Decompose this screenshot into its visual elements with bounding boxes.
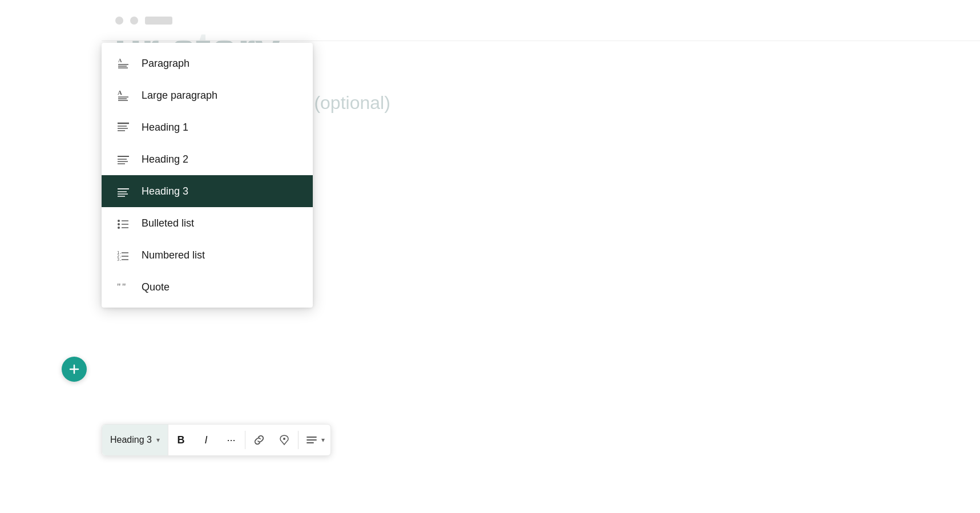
top-bar-dot-2 <box>130 17 138 25</box>
top-bar <box>102 0 980 41</box>
paragraph-icon: A <box>115 55 131 71</box>
menu-item-quote[interactable]: " " Quote <box>102 271 313 303</box>
menu-item-bulleted-list[interactable]: Bulleted list <box>102 207 313 239</box>
bold-button[interactable]: B <box>168 425 193 455</box>
toolbar-separator-1 <box>245 431 245 449</box>
svg-point-22 <box>118 223 120 225</box>
plus-icon <box>68 363 80 375</box>
menu-item-heading3-label: Heading 3 <box>142 185 188 197</box>
align-button[interactable]: ▾ <box>300 425 330 455</box>
italic-button[interactable]: I <box>193 425 219 455</box>
color-button[interactable] <box>272 425 297 455</box>
chevron-down-icon: ▾ <box>156 436 160 444</box>
menu-item-large-paragraph[interactable]: A Large paragraph <box>102 79 313 111</box>
format-dropdown: A Paragraph A Large paragraph <box>102 43 313 308</box>
bulleted-list-icon <box>115 215 131 231</box>
menu-item-heading2-label: Heading 2 <box>142 154 188 165</box>
formatting-toolbar: Heading 3 ▾ B I ··· ▾ <box>102 424 331 456</box>
svg-text:A: A <box>118 58 122 63</box>
heading3-icon <box>115 183 131 199</box>
heading2-icon <box>115 151 131 167</box>
svg-text:": " <box>117 282 121 292</box>
svg-text:3.: 3. <box>117 257 122 262</box>
top-bar-dot-1 <box>115 17 123 25</box>
more-options-button[interactable]: ··· <box>219 425 244 455</box>
numbered-list-icon: 1. 2. 3. <box>115 247 131 263</box>
color-icon <box>278 434 291 446</box>
align-chevron-icon: ▾ <box>321 436 325 444</box>
menu-item-paragraph-label: Paragraph <box>142 58 189 70</box>
link-button[interactable] <box>247 425 272 455</box>
add-block-button[interactable] <box>62 357 87 382</box>
menu-item-heading1-label: Heading 1 <box>142 122 188 134</box>
menu-item-numbered-list-label: Numbered list <box>142 249 205 261</box>
quote-icon: " " <box>115 279 131 295</box>
svg-text:": " <box>122 282 126 292</box>
svg-text:A: A <box>118 89 122 96</box>
heading1-icon <box>115 119 131 135</box>
italic-icon: I <box>204 434 207 446</box>
bold-icon: B <box>177 434 184 446</box>
svg-point-20 <box>118 220 120 222</box>
menu-item-heading-1[interactable]: Heading 1 <box>102 111 313 143</box>
menu-item-paragraph[interactable]: A Paragraph <box>102 47 313 79</box>
menu-item-numbered-list[interactable]: 1. 2. 3. Numbered list <box>102 239 313 271</box>
menu-item-heading-3[interactable]: Heading 3 <box>102 175 313 207</box>
large-paragraph-icon: A <box>115 87 131 103</box>
link-icon <box>253 434 265 446</box>
ellipsis-icon: ··· <box>227 434 235 446</box>
format-select[interactable]: Heading 3 ▾ <box>102 425 168 455</box>
menu-item-bulleted-list-label: Bulleted list <box>142 217 194 229</box>
toolbar-separator-2 <box>298 431 299 449</box>
menu-item-quote-label: Quote <box>142 281 170 293</box>
format-select-label: Heading 3 <box>110 435 152 445</box>
align-icon <box>305 434 318 446</box>
svg-point-24 <box>118 227 120 229</box>
top-bar-rect <box>145 17 172 25</box>
menu-item-large-paragraph-label: Large paragraph <box>142 90 217 102</box>
svg-point-36 <box>283 438 285 440</box>
menu-item-heading-2[interactable]: Heading 2 <box>102 143 313 175</box>
